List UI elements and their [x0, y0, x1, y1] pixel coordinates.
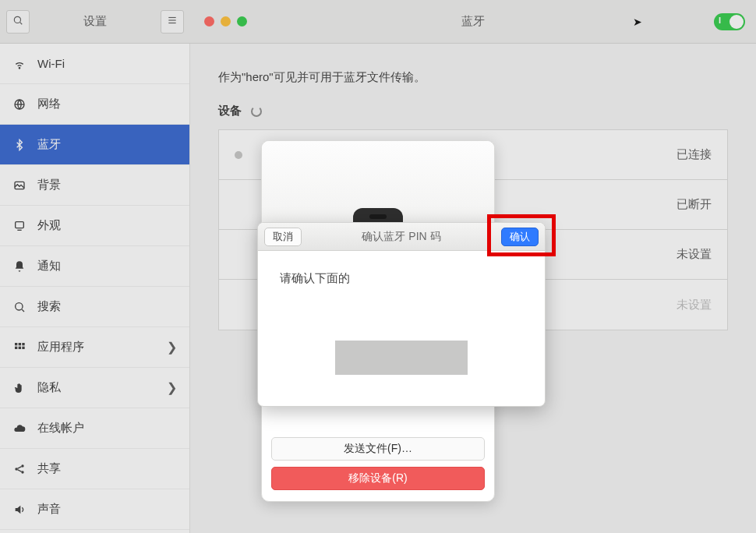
dialog-body: 请确认下面的 [258, 251, 545, 406]
svg-rect-15 [19, 346, 21, 348]
wifi-icon [12, 58, 26, 70]
page-title: 蓝牙 [461, 14, 485, 29]
sidebar-item-bluetooth[interactable]: 蓝牙 [0, 125, 189, 165]
share-icon [12, 463, 26, 475]
dialog-title: 确认蓝牙 PIN 码 [362, 230, 440, 244]
sidebar-item-sound[interactable]: 声音 [0, 489, 189, 530]
chevron-right-icon: ❯ [167, 380, 177, 395]
sidebar-item-search[interactable]: 搜索 [0, 287, 189, 327]
sidebar-item-network[interactable]: 网络 [0, 84, 189, 125]
device-status-dot-icon [235, 151, 242, 159]
sidebar-item-online-accounts[interactable]: 在线帐户 [0, 408, 189, 449]
bluetooth-toggle[interactable]: I [714, 13, 745, 30]
sidebar-item-label: 外观 [37, 218, 61, 233]
svg-line-10 [22, 309, 24, 312]
toggle-on-icon: I [719, 16, 721, 25]
window-controls[interactable] [204, 16, 247, 26]
svg-rect-13 [22, 343, 24, 345]
header-left: 设置 [0, 0, 190, 43]
menu-button[interactable] [161, 10, 184, 34]
device-status: 未设置 [677, 247, 712, 262]
devices-heading-label: 设备 [218, 104, 242, 118]
cancel-button[interactable]: 取消 [264, 228, 302, 246]
app-header: 设置 蓝牙 I ➤ [0, 0, 756, 44]
speaker-icon [12, 503, 26, 516]
sidebar-item-label: 共享 [37, 461, 61, 476]
svg-rect-8 [16, 221, 24, 228]
bell-icon [12, 260, 26, 273]
hamburger-icon [167, 15, 178, 29]
devices-heading: 设备 [218, 104, 728, 118]
svg-rect-16 [22, 346, 24, 348]
sidebar-item-label: Wi-Fi [37, 57, 65, 70]
sidebar-item-label: 声音 [37, 502, 61, 517]
svg-point-9 [16, 302, 23, 309]
popover-body: 发送文件(F)… 移除设备(R) [262, 429, 494, 501]
sidebar-item-label: 应用程序 [37, 340, 84, 355]
svg-rect-11 [15, 343, 17, 345]
svg-point-0 [14, 16, 20, 23]
maximize-window-icon[interactable] [237, 16, 247, 26]
sidebar-item-label: 通知 [37, 259, 61, 274]
sidebar-item-appearance[interactable]: 外观 [0, 206, 189, 246]
pin-code-box [335, 341, 468, 375]
visibility-text: 作为"hero"可见并可用于蓝牙文件传输。 [218, 70, 728, 85]
sidebar-item-label: 蓝牙 [37, 137, 61, 152]
dialog-titlebar: 取消 确认蓝牙 PIN 码 确认 [258, 223, 545, 251]
confirm-button[interactable]: 确认 [501, 228, 539, 246]
sidebar-item-background[interactable]: 背景 [0, 165, 189, 206]
header-right: 蓝牙 I ➤ [190, 0, 756, 43]
remove-device-button[interactable]: 移除设备(R) [271, 467, 485, 490]
appearance-icon [12, 220, 26, 232]
svg-rect-12 [19, 343, 21, 345]
svg-point-5 [19, 67, 19, 68]
search-button[interactable] [6, 10, 30, 34]
sidebar-item-notifications[interactable]: 通知 [0, 246, 189, 287]
image-icon [12, 179, 26, 192]
sidebar-item-label: 背景 [37, 178, 61, 192]
sidebar-item-applications[interactable]: 应用程序 ❯ [0, 327, 189, 368]
settings-title: 设置 [36, 14, 154, 29]
sidebar-item-label: 搜索 [37, 299, 61, 314]
close-window-icon[interactable] [204, 16, 214, 26]
send-file-button[interactable]: 发送文件(F)… [271, 437, 485, 461]
search-icon [12, 301, 26, 313]
sidebar-item-wifi[interactable]: Wi-Fi [0, 44, 189, 84]
chevron-right-icon: ❯ [167, 340, 177, 355]
popover-header [262, 141, 494, 227]
svg-line-1 [20, 22, 23, 24]
sidebar: Wi-Fi 网络 蓝牙 背景 外观 [0, 44, 190, 533]
loading-spinner-icon [251, 106, 262, 117]
pin-confirm-dialog: 取消 确认蓝牙 PIN 码 确认 请确认下面的 [257, 222, 546, 407]
cloud-icon [12, 422, 26, 435]
device-status: 已断开 [677, 197, 712, 212]
minimize-window-icon[interactable] [221, 16, 231, 26]
sidebar-item-label: 网络 [37, 97, 61, 111]
apps-icon [12, 341, 26, 354]
dialog-prompt: 请确认下面的 [280, 271, 523, 286]
globe-icon [12, 98, 26, 111]
svg-rect-14 [15, 346, 17, 348]
sidebar-item-label: 在线帐户 [37, 421, 84, 436]
hand-icon [12, 382, 26, 394]
cursor-icon: ➤ [633, 16, 642, 28]
sidebar-item-sharing[interactable]: 共享 [0, 449, 189, 489]
device-status: 已连接 [677, 147, 712, 162]
device-status: 未设置 [677, 298, 712, 312]
sidebar-item-label: 隐私 [37, 380, 61, 395]
bluetooth-icon [12, 139, 26, 151]
sidebar-item-privacy[interactable]: 隐私 ❯ [0, 368, 189, 408]
search-icon [12, 15, 23, 29]
